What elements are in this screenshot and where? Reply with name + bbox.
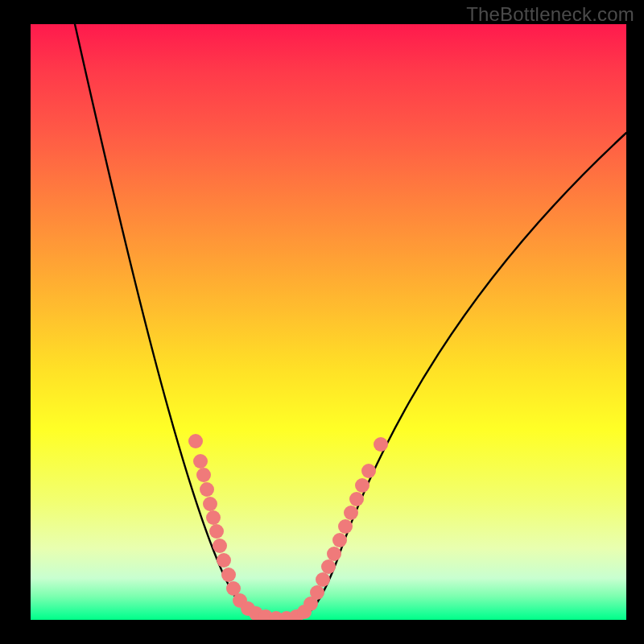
data-dot <box>321 559 336 574</box>
data-dot <box>361 464 376 478</box>
data-dot <box>203 497 217 511</box>
data-dot <box>188 434 203 448</box>
plot-area <box>31 24 626 620</box>
data-dot <box>193 454 208 469</box>
data-dot <box>327 547 341 561</box>
data-dot <box>196 468 211 482</box>
data-dots <box>188 434 388 620</box>
data-dot <box>310 585 324 600</box>
data-dot <box>316 572 330 587</box>
curve-svg <box>31 24 626 620</box>
data-dot <box>349 492 364 506</box>
data-dot <box>355 478 369 493</box>
data-dot <box>221 568 236 582</box>
data-dot <box>344 506 358 520</box>
chart-stage: TheBottleneck.com <box>0 0 644 644</box>
data-dot <box>206 510 221 525</box>
data-dot <box>213 539 227 553</box>
data-dot <box>200 482 214 497</box>
data-dot <box>209 524 224 539</box>
data-dot <box>332 533 347 547</box>
brand-watermark: TheBottleneck.com <box>466 3 634 26</box>
data-dot <box>217 553 231 568</box>
data-dot <box>338 519 353 534</box>
data-dot <box>374 437 388 452</box>
